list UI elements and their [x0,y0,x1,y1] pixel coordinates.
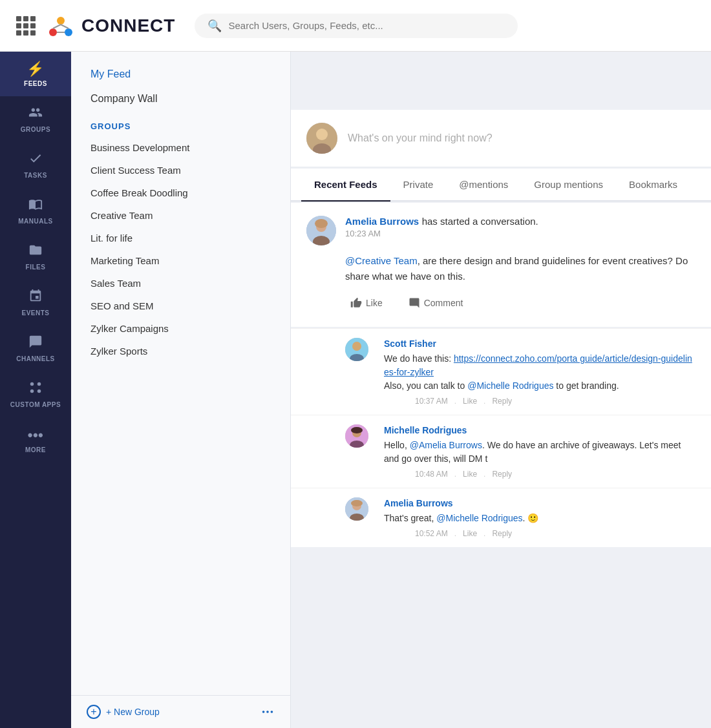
nav-group-business-dev[interactable]: Business Development [71,136,290,159]
nav-group-zylker-sports[interactable]: Zylker Sports [71,340,290,362]
svg-point-0 [57,17,65,25]
feed-area: Amelia Burrows has started a conversatio… [291,202,711,728]
sidebar-label-manuals: MANUALS [18,218,53,225]
tab-recent-feeds[interactable]: Recent Feeds [301,169,390,202]
nav-group-creative-team[interactable]: Creative Team [71,204,290,227]
dot4: . [483,470,485,479]
sidebar-item-events[interactable]: EVENTS [0,280,71,326]
sidebar-item-custom-apps[interactable]: CUSTOM APPS [0,371,71,418]
comment-avatar-amelia2 [345,497,368,521]
post-author-name: Amelia Burrows [345,216,419,227]
channels-icon [28,335,43,353]
mention-michelle: @Michelle Rodrigues [467,380,553,391]
comment-button[interactable]: Comment [403,295,469,311]
svg-point-2 [65,28,72,36]
main-layout: ⚡ FEEDS GROUPS TASKS MANUALS FILES [0,52,711,728]
custom-apps-icon [28,380,43,399]
sidebar-label-groups: GROUPS [21,126,50,133]
nav-group-sales-team[interactable]: Sales Team [71,272,290,295]
sidebar-label-events: EVENTS [21,309,49,317]
svg-point-7 [30,390,34,393]
nav-group-seo-sem[interactable]: SEO and SEM [71,295,290,317]
sidebar-item-channels[interactable]: CHANNELS [0,326,71,371]
like-icon [350,297,362,309]
nav-group-zylker-campaigns[interactable]: Zylker Campaigns [71,317,290,340]
nav-bottom-bar: + + New Group [71,695,290,728]
sidebar-item-files[interactable]: FILES [0,234,71,280]
sidebar-item-feeds[interactable]: ⚡ FEEDS [0,52,71,96]
nav-item-company-wall[interactable]: Company Wall [71,87,290,111]
svg-point-11 [266,711,269,713]
svg-line-3 [53,25,61,28]
tab-mentions[interactable]: @mentions [446,169,521,202]
comment-author-michelle: Michelle Rodrigues [384,425,467,435]
post-actions: Like Comment [306,295,695,314]
new-group-label: + New Group [106,707,160,717]
tab-group-mentions[interactable]: Group mentions [521,169,616,202]
svg-line-4 [61,25,69,28]
composer-placeholder[interactable]: What's on your mind right now? [348,132,695,144]
post-author-line: Amelia Burrows has started a conversatio… [345,216,538,227]
sidebar-label-files: FILES [26,264,46,271]
comment-card-scott: Scott Fisher We do have this: https://co… [291,328,711,415]
more-options-button[interactable] [260,705,275,719]
comment-meta-michelle: 10:48 AM . Like . Reply [415,470,695,479]
nav-item-my-feed[interactable]: My Feed [71,62,290,87]
post-action-text: has started a conversation. [422,216,538,227]
sidebar-label-tasks: TASKS [24,172,47,179]
content-top-spacer [291,52,711,110]
sidebar-item-tasks[interactable]: TASKS [0,142,71,188]
sidebar-item-more[interactable]: ••• MORE [0,418,71,463]
more-icon: ••• [28,427,44,444]
tasks-icon [28,151,43,169]
like-button[interactable]: Like [345,295,388,311]
search-input[interactable] [228,20,505,31]
comment-reply-scott[interactable]: Reply [492,397,512,406]
comment-avatar-scott [345,338,368,361]
post-avatar-amelia [306,216,336,245]
comment-author-amelia2: Amelia Burrows [384,498,453,508]
plus-circle-icon: + [87,705,101,719]
svg-point-10 [262,711,265,713]
comment-card-michelle: Michelle Rodrigues Hello, @Amelia Burrow… [291,415,711,488]
events-icon [28,289,43,307]
nav-group-marketing-team[interactable]: Marketing Team [71,249,290,272]
comment-like-scott[interactable]: Like [463,397,477,406]
grid-menu-button[interactable] [13,13,39,39]
svg-point-12 [271,711,273,713]
comment-like-amelia2[interactable]: Like [463,529,477,538]
sidebar-item-groups[interactable]: GROUPS [0,96,71,142]
sidebar-item-manuals[interactable]: MANUALS [0,188,71,234]
sidebar-label-more: MORE [25,446,46,453]
post-body: @Creative Team, are there design and bra… [306,253,695,284]
svg-point-26 [351,427,363,433]
dot2: . [483,397,485,406]
svg-point-8 [37,382,41,386]
nav-group-coffee-break[interactable]: Coffee Break Doodling [71,182,290,204]
sidebar-label-custom-apps: CUSTOM APPS [10,401,61,409]
nav-group-client-success[interactable]: Client Success Team [71,159,290,182]
mention-creative-team: @Creative Team [345,255,418,266]
main-content: What's on your mind right now? Recent Fe… [291,52,711,728]
post-time: 10:23 AM [345,229,538,238]
svg-point-1 [49,28,57,36]
search-bar[interactable]: 🔍 [195,14,518,38]
comment-author-scott: Scott Fisher [384,338,436,349]
comment-like-michelle[interactable]: Like [463,470,477,479]
nav-group-lit-for-life[interactable]: Lit. for life [71,227,290,249]
dot6: . [483,529,485,538]
new-group-button[interactable]: + + New Group [87,705,160,719]
dot3: . [454,470,456,479]
comment-avatar-michelle [345,424,368,448]
feed-tabs: Recent Feeds Private @mentions Group men… [291,169,711,202]
tab-private[interactable]: Private [390,169,447,202]
tab-bookmarks[interactable]: Bookmarks [616,169,690,202]
link-guidelines[interactable]: https://connect.zoho.com/porta guide/art… [384,353,692,377]
comment-body-amelia2: That's great, @Michelle Rodrigues. 🙂 [384,512,695,525]
comment-reply-amelia2[interactable]: Reply [492,529,512,538]
comment-meta-scott: 10:37 AM . Like . Reply [415,397,695,406]
comment-reply-michelle[interactable]: Reply [492,470,512,479]
mention-amelia: @Amelia Burrows [410,440,482,450]
logo[interactable]: CONNECT [45,10,175,41]
search-icon: 🔍 [207,19,222,33]
